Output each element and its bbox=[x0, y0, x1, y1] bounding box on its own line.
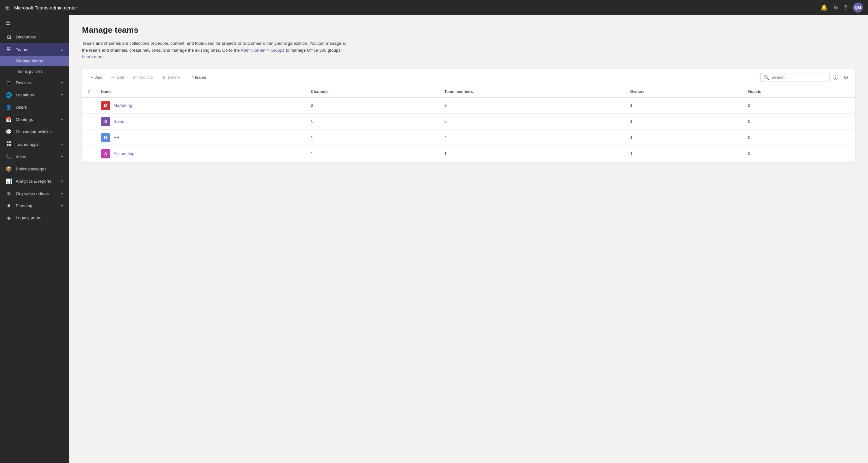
team-name-container: A Accounting bbox=[101, 149, 301, 158]
row-members-cell: 5 bbox=[439, 113, 625, 129]
svg-point-0 bbox=[7, 47, 8, 48]
grid-icon[interactable]: ⊞ bbox=[5, 4, 10, 11]
teams-chevron-icon: ▲ bbox=[61, 48, 64, 51]
row-check-cell[interactable] bbox=[82, 97, 96, 113]
row-name-cell: M Marketing bbox=[96, 97, 306, 113]
sidebar-subitem-teams-policies[interactable]: Teams policies bbox=[0, 66, 69, 76]
hamburger-button[interactable]: ☰ bbox=[0, 15, 69, 31]
svg-rect-2 bbox=[7, 141, 8, 143]
org-settings-icon: ⚙ bbox=[6, 191, 12, 197]
table-header-row: ✓ Name Channels Team members Owners Gues… bbox=[82, 86, 856, 98]
legacy-portal-icon: ◈ bbox=[6, 215, 12, 221]
user-avatar[interactable]: QM bbox=[853, 2, 863, 12]
sidebar-label-devices: Devices bbox=[16, 80, 57, 85]
search-icon: 🔍 bbox=[764, 75, 769, 80]
sidebar-item-planning[interactable]: ≡ Planning ▼ bbox=[0, 200, 69, 212]
team-avatar: M bbox=[101, 101, 110, 110]
settings-icon[interactable]: ⚙ bbox=[833, 4, 838, 11]
analytics-icon: 📊 bbox=[6, 178, 12, 184]
sidebar-label-teams: Teams bbox=[16, 47, 57, 52]
app-title: Microsoft Teams admin center bbox=[14, 5, 821, 10]
sidebar-item-meetings[interactable]: 📅 Meetings ▼ bbox=[0, 113, 69, 126]
add-icon: + bbox=[91, 75, 93, 80]
sidebar-item-devices[interactable]: 📱 Devices ▼ bbox=[0, 76, 69, 89]
row-members-cell: 1 bbox=[439, 145, 625, 162]
teams-table-container: + Add ✏ Edit 🗃 Archive 🗑 Delete 4 teams bbox=[82, 69, 856, 162]
sidebar-item-teams-apps[interactable]: Teams apps ▼ bbox=[0, 138, 69, 151]
row-channels-cell: 2 bbox=[306, 97, 439, 113]
bell-icon[interactable]: 🔔 bbox=[821, 4, 828, 11]
sidebar-item-teams[interactable]: Teams ▲ bbox=[0, 43, 69, 56]
learn-more-link[interactable]: Learn more bbox=[82, 55, 104, 59]
sidebar-label-analytics: Analytics & reports bbox=[16, 179, 57, 184]
sidebar-label-dashboard: Dashboard bbox=[16, 35, 64, 39]
row-channels-cell: 1 bbox=[306, 113, 439, 129]
sidebar-label-messaging: Messaging policies bbox=[16, 129, 64, 134]
locations-icon: 🌐 bbox=[6, 92, 12, 98]
archive-icon: 🗃 bbox=[133, 75, 137, 80]
sidebar-item-org-wide-settings[interactable]: ⚙ Org-wide settings ▼ bbox=[0, 188, 69, 200]
row-members-cell: 8 bbox=[439, 97, 625, 113]
sidebar-item-locations[interactable]: 🌐 Locations ▼ bbox=[0, 89, 69, 101]
col-name: Name bbox=[96, 86, 306, 98]
row-check-cell[interactable] bbox=[82, 129, 96, 145]
row-check-cell[interactable] bbox=[82, 113, 96, 129]
planning-icon: ≡ bbox=[6, 203, 12, 208]
sidebar-item-analytics-reports[interactable]: 📊 Analytics & reports ▼ bbox=[0, 175, 69, 188]
table-row: M Marketing 2 8 1 2 bbox=[82, 97, 856, 113]
archive-button[interactable]: 🗃 Archive bbox=[129, 73, 157, 82]
sidebar-item-users[interactable]: 👤 Users bbox=[0, 101, 69, 113]
svg-rect-5 bbox=[9, 144, 11, 146]
search-input[interactable] bbox=[772, 75, 826, 80]
svg-rect-3 bbox=[9, 141, 11, 143]
row-check-cell[interactable] bbox=[82, 145, 96, 162]
add-button[interactable]: + Add bbox=[87, 73, 106, 82]
row-guests-cell: 2 bbox=[743, 97, 856, 113]
sidebar-label-planning: Planning bbox=[16, 203, 57, 208]
admin-center-link[interactable]: Admin center > Groups bbox=[241, 48, 285, 53]
voice-chevron-icon: ▼ bbox=[61, 155, 64, 158]
sidebar: ☰ ⊞ Dashboard Teams ▲ Manage teams Teams… bbox=[0, 15, 69, 463]
row-guests-cell: 0 bbox=[743, 113, 856, 129]
team-name-container: S Sales bbox=[101, 117, 301, 126]
topbar-actions: 🔔 ⚙ ? QM bbox=[821, 2, 863, 12]
edit-button[interactable]: ✏ Edit bbox=[107, 73, 128, 82]
svg-rect-4 bbox=[7, 144, 8, 146]
team-name-container: H HR bbox=[101, 133, 301, 142]
col-owners: Owners bbox=[625, 86, 743, 98]
row-members-cell: 4 bbox=[439, 129, 625, 145]
col-team-members: Team members bbox=[439, 86, 625, 98]
sidebar-item-dashboard[interactable]: ⊞ Dashboard bbox=[0, 31, 69, 43]
header-check-icon: ✓ bbox=[87, 89, 91, 94]
team-name-link[interactable]: Marketing bbox=[114, 103, 132, 108]
team-name-link[interactable]: Sales bbox=[114, 119, 124, 124]
policy-packages-icon: 📦 bbox=[6, 166, 12, 172]
table-row: S Sales 1 5 1 0 bbox=[82, 113, 856, 129]
toolbar-divider bbox=[187, 74, 187, 81]
delete-button[interactable]: 🗑 Delete bbox=[158, 73, 184, 82]
row-owners-cell: 1 bbox=[625, 145, 743, 162]
sidebar-item-policy-packages[interactable]: 📦 Policy packages bbox=[0, 163, 69, 175]
column-settings-button[interactable]: ⚙ bbox=[841, 73, 850, 82]
team-name-link[interactable]: HR bbox=[114, 135, 120, 140]
topbar: ⊞ Microsoft Teams admin center 🔔 ⚙ ? QM bbox=[0, 0, 868, 15]
teams-count: 4 teams bbox=[192, 75, 206, 80]
sidebar-subitem-manage-teams[interactable]: Manage teams bbox=[0, 56, 69, 66]
sidebar-item-messaging-policies[interactable]: 💬 Messaging policies bbox=[0, 126, 69, 138]
row-owners-cell: 1 bbox=[625, 97, 743, 113]
team-avatar: H bbox=[101, 133, 110, 142]
locations-chevron-icon: ▼ bbox=[61, 93, 64, 97]
info-button[interactable]: ⓘ bbox=[831, 72, 840, 82]
search-box: 🔍 bbox=[760, 73, 830, 82]
table-row: H HR 1 4 1 0 bbox=[82, 129, 856, 145]
team-name-container: M Marketing bbox=[101, 101, 301, 110]
row-guests-cell: 0 bbox=[743, 129, 856, 145]
main-content: Manage teams Teams and channels are coll… bbox=[69, 15, 868, 463]
team-name-link[interactable]: Accounting bbox=[114, 151, 134, 156]
row-name-cell: H HR bbox=[96, 129, 306, 145]
sidebar-item-voice[interactable]: 📞 Voice ▼ bbox=[0, 151, 69, 163]
help-icon[interactable]: ? bbox=[844, 4, 847, 11]
page-title: Manage teams bbox=[82, 25, 856, 35]
sidebar-label-legacy-portal: Legacy portal bbox=[16, 216, 57, 220]
sidebar-item-legacy-portal[interactable]: ◈ Legacy portal ↗ bbox=[0, 212, 69, 224]
